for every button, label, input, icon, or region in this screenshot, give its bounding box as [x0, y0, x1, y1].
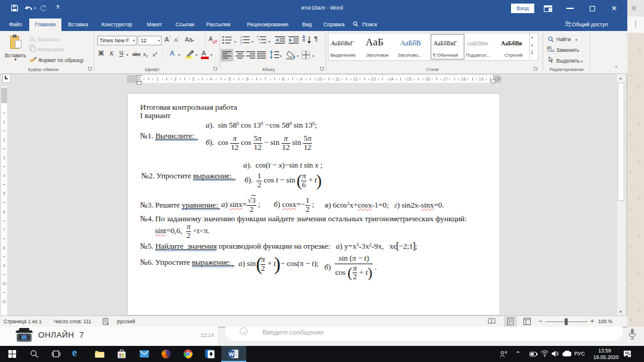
svg-text:1: 1: [628, 354, 630, 358]
svg-text:3: 3: [240, 42, 242, 44]
svg-text:R: R: [505, 351, 507, 354]
svg-text:W: W: [229, 351, 234, 357]
